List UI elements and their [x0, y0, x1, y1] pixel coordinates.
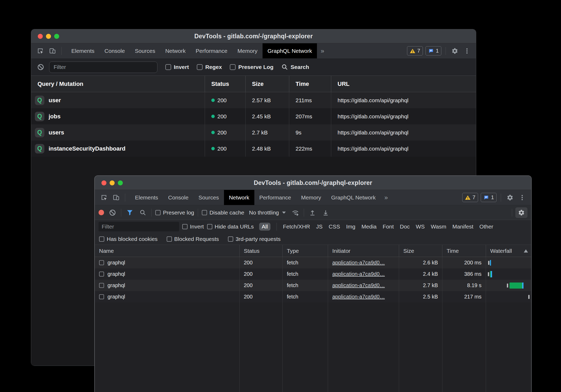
network-conditions-icon[interactable] — [291, 208, 300, 217]
table-row[interactable]: graphql 200 fetch application-a7ca9d0… 2… — [95, 291, 531, 302]
tab-network[interactable]: Network — [224, 190, 254, 205]
titlebar[interactable]: DevTools - gitlab.com/-/graphql-explorer — [95, 176, 531, 190]
warnings-badge[interactable]: 7 — [462, 193, 478, 202]
issues-badge[interactable]: 1 — [426, 46, 441, 55]
type-filter-font[interactable]: Font — [383, 223, 394, 230]
clear-icon[interactable] — [36, 62, 45, 72]
blocked-requests-checkbox[interactable] — [167, 236, 172, 242]
column-header-query-mutation[interactable]: Query / Mutation — [31, 76, 205, 92]
network-settings-gear-icon[interactable] — [515, 207, 527, 218]
network-toolbar: Preserve log Disable cache No throttling — [95, 205, 531, 220]
column-header-waterfall[interactable]: Waterfall — [486, 245, 531, 257]
tab-memory[interactable]: Memory — [296, 190, 326, 205]
table-row[interactable]: Q instanceSecurityDashboard 200 2.48 kB … — [31, 141, 476, 157]
inspect-element-icon[interactable] — [35, 46, 45, 56]
filter-funnel-icon[interactable] — [125, 208, 134, 217]
column-header-size[interactable]: Size — [399, 245, 442, 257]
column-header-time[interactable]: Time — [442, 245, 486, 257]
column-header-url[interactable]: URL — [331, 76, 476, 92]
device-toolbar-icon[interactable] — [111, 193, 121, 202]
disable-cache-checkbox[interactable] — [202, 210, 207, 215]
column-header-size[interactable]: Size — [246, 76, 289, 92]
column-header-status[interactable]: Status — [205, 76, 246, 92]
tab-graphql-network[interactable]: GraphQL Network — [263, 43, 317, 58]
invert-checkbox[interactable] — [182, 224, 188, 229]
warnings-badge[interactable]: 7 — [407, 46, 423, 55]
waterfall-cell[interactable] — [486, 268, 531, 280]
issues-icon — [428, 48, 434, 54]
column-header-initiator[interactable]: Initiator — [328, 245, 399, 257]
more-tabs-icon[interactable]: » — [317, 43, 328, 58]
kebab-menu-icon[interactable] — [517, 193, 527, 202]
type-filter-img[interactable]: Img — [346, 223, 356, 230]
settings-gear-icon[interactable] — [505, 193, 515, 202]
clear-icon[interactable] — [108, 208, 117, 217]
tab-memory[interactable]: Memory — [232, 43, 263, 58]
type-filter-media[interactable]: Media — [362, 223, 377, 230]
tab-elements[interactable]: Elements — [130, 190, 163, 205]
waterfall-cell[interactable] — [486, 280, 531, 291]
titlebar[interactable]: DevTools - gitlab.com/-/graphql-explorer — [31, 29, 476, 43]
record-button[interactable] — [99, 210, 104, 215]
table-row[interactable]: graphql 200 fetch application-a7ca9d0… 2… — [95, 268, 531, 280]
third-party-requests-checkbox[interactable] — [228, 236, 233, 242]
tab-sources[interactable]: Sources — [194, 190, 224, 205]
import-har-icon[interactable] — [308, 208, 317, 217]
column-header-name[interactable]: Name — [95, 245, 240, 257]
column-header-type[interactable]: Type — [283, 245, 328, 257]
device-toolbar-icon[interactable] — [48, 46, 57, 56]
tab-graphql-network[interactable]: GraphQL Network — [326, 190, 381, 205]
type-filter-wasm[interactable]: Wasm — [431, 223, 446, 230]
row-checkbox[interactable] — [99, 294, 104, 299]
inspect-element-icon[interactable] — [99, 193, 109, 202]
row-checkbox[interactable] — [99, 272, 104, 277]
invert-checkbox[interactable] — [165, 64, 171, 70]
preserve-log-checkbox[interactable] — [155, 210, 161, 215]
more-tabs-icon[interactable]: » — [381, 190, 391, 205]
type-filter-other[interactable]: Other — [479, 223, 493, 230]
tab-sources[interactable]: Sources — [130, 43, 160, 58]
issues-badge[interactable]: 1 — [481, 193, 497, 202]
table-row[interactable]: Q jobs 200 2.45 kB 207ms https://gitlab.… — [31, 108, 476, 124]
initiator-link[interactable]: application-a7ca9d0… — [332, 294, 385, 300]
type-filter-fetch-xhr[interactable]: Fetch/XHR — [283, 223, 310, 230]
preserve-log-checkbox[interactable] — [230, 64, 236, 70]
row-checkbox[interactable] — [99, 283, 104, 288]
table-row[interactable]: Q user 200 2.57 kB 211ms https://gitlab.… — [31, 92, 476, 108]
column-header-status[interactable]: Status — [240, 245, 283, 257]
tab-console[interactable]: Console — [100, 43, 130, 58]
filter-input[interactable] — [49, 62, 157, 73]
row-checkbox[interactable] — [99, 260, 104, 265]
filter-input[interactable] — [99, 222, 179, 231]
tab-console[interactable]: Console — [163, 190, 194, 205]
table-row[interactable]: graphql 200 fetch application-a7ca9d0… 2… — [95, 280, 531, 291]
kebab-menu-icon[interactable] — [462, 46, 472, 56]
tab-performance[interactable]: Performance — [254, 190, 296, 205]
type-filter-js[interactable]: JS — [316, 223, 323, 230]
type-filter-ws[interactable]: WS — [416, 223, 425, 230]
initiator-link[interactable]: application-a7ca9d0… — [332, 260, 385, 266]
regex-checkbox[interactable] — [197, 64, 203, 70]
search-control[interactable]: Search — [281, 64, 309, 71]
initiator-link[interactable]: application-a7ca9d0… — [332, 282, 385, 288]
type-filter-all[interactable]: All — [259, 223, 270, 231]
tab-performance[interactable]: Performance — [191, 43, 232, 58]
hide-data-urls-checkbox[interactable] — [207, 224, 212, 229]
table-row[interactable]: graphql 200 fetch application-a7ca9d0… 2… — [95, 257, 531, 268]
type-filter-doc[interactable]: Doc — [400, 223, 410, 230]
throttling-select[interactable]: No throttling — [248, 209, 287, 216]
settings-gear-icon[interactable] — [450, 46, 460, 56]
has-blocked-cookies-checkbox[interactable] — [99, 236, 104, 242]
type-filter-css[interactable]: CSS — [329, 223, 340, 230]
waterfall-cell[interactable] — [486, 257, 531, 268]
tab-network[interactable]: Network — [160, 43, 191, 58]
initiator-link[interactable]: application-a7ca9d0… — [332, 271, 385, 277]
waterfall-cell[interactable] — [486, 291, 531, 302]
search-icon[interactable] — [138, 208, 148, 217]
export-har-icon[interactable] — [321, 208, 330, 217]
third-party-requests-group: 3rd-party requests — [228, 236, 280, 242]
column-header-time[interactable]: Time — [289, 76, 331, 92]
type-filter-manifest[interactable]: Manifest — [452, 223, 473, 230]
tab-elements[interactable]: Elements — [66, 43, 100, 58]
table-row[interactable]: Q users 200 2.7 kB 9s https://gitlab.com… — [31, 124, 476, 141]
